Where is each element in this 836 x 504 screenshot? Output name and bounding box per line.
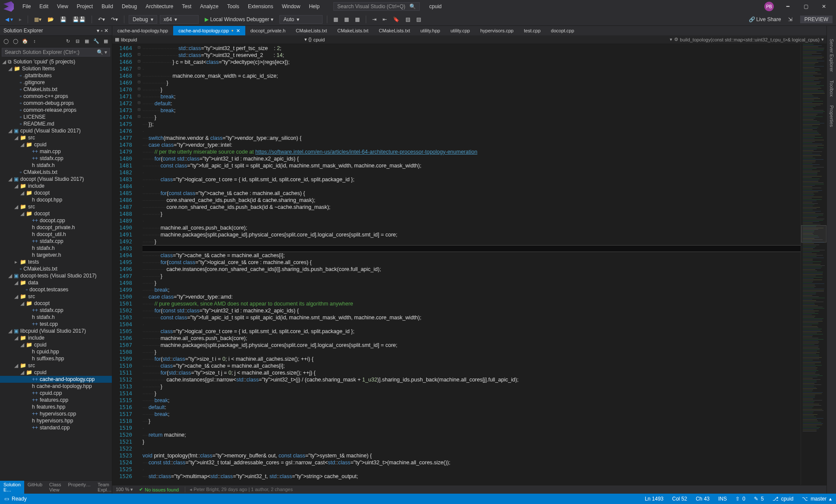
status-repo[interactable]: ⎇ cpuid [773,496,794,502]
undo-icon[interactable]: ↶▾ [96,16,107,23]
tree-node[interactable]: ◢📁cpuid [0,141,112,148]
tree-node[interactable]: ▫CMakeLists.txt [0,265,112,272]
tree-node[interactable]: ▫LICENSE [0,113,112,120]
doc-tab[interactable]: CMakeLists.txt [332,26,374,35]
status-branch[interactable]: ⌥ master ▴ [802,496,832,502]
tree-node[interactable]: ++cache-and-topology.cpp [0,376,112,383]
tree-node[interactable]: ◢📁include [0,334,112,341]
tree-node[interactable]: ◢▣libcpuid (Visual Studio 2017) [0,328,112,334]
solution-platform-dropdown[interactable]: x64▾ [160,15,199,24]
toolbar-icon[interactable]: ▦ [353,16,361,23]
menu-file[interactable]: File [18,2,35,11]
uncomment-icon[interactable]: ▤ [415,16,423,23]
tree-node[interactable]: hstdafx.h [0,245,112,252]
menu-tools[interactable]: Tools [223,2,244,11]
tree-node[interactable]: ◢▣docopt-tests (Visual Studio 2017) [0,272,112,279]
tool-tab[interactable]: Class View [46,481,65,494]
tree-node[interactable]: hsuffixes.hpp [0,355,112,362]
tree-node[interactable]: hdocopt_private.h [0,224,112,231]
properties-icon[interactable]: 🔧 [93,38,100,44]
step-icon[interactable]: ⇥ [370,16,378,23]
fwd-icon[interactable]: ◯ [12,38,19,44]
run-mode-dropdown[interactable]: Auto▾ [279,15,323,24]
back-icon[interactable]: ◯ [3,38,10,44]
tree-node[interactable]: ++standard.cpp [0,424,112,431]
redo-icon[interactable]: ↷▾ [109,16,120,23]
maximize-button[interactable]: ▢ [797,0,814,13]
doc-tab[interactable]: test.cpp [519,26,546,35]
tree-node[interactable]: ◢📁Solution Items [0,65,112,72]
tree-node[interactable]: hdocopt.hpp [0,196,112,203]
toolbar-icon[interactable]: ▦ [342,16,351,23]
menu-window[interactable]: Window [278,2,305,11]
solution-config-dropdown[interactable]: Debug▾ [129,15,157,24]
feedback-icon[interactable]: ⇲ [786,16,794,23]
tree-node[interactable]: ++docopt.cpp [0,217,112,224]
tree-node[interactable]: ▫.gitattributes [0,72,112,79]
tree-node[interactable]: hhypervisors.hpp [0,417,112,424]
doc-tab[interactable]: CMakeLists.txt [291,26,332,35]
rail-tab[interactable]: Properties [829,105,834,127]
tree-node[interactable]: ▫.gitignore [0,79,112,86]
tree-node[interactable]: ▫common-debug.props [0,100,112,107]
menu-project[interactable]: Project [73,2,97,11]
navigation-bar[interactable]: ▦ libcpuid ▾ {} cpuid ▾ ⚙ build_topology… [112,35,826,44]
right-tool-rail[interactable]: Server ExplorerToolboxProperties [826,26,836,494]
doc-tab[interactable]: utility.hpp [415,26,446,35]
live-share-button[interactable]: 🔗 Live Share [747,16,782,23]
nav-project[interactable]: ▦ libcpuid [115,37,137,42]
code-content[interactable]: ························std::class="ty">… [142,44,801,485]
menu-extensions[interactable]: Extensions [244,2,278,11]
tool-tab[interactable]: GitHub [24,481,46,494]
tree-node[interactable]: ◢📁src [0,134,112,141]
tree-node[interactable]: ▫CMakeLists.txt [0,86,112,93]
document-tabs[interactable]: cache-and-topology.hppcache-and-topology… [112,26,826,35]
tree-node[interactable]: ◢📁docopt [0,210,112,217]
solution-explorer-search[interactable]: Search Solution Explorer (Ctrl+;) 🔍 ▾ [2,48,110,57]
preview-icon[interactable]: ▦ [102,38,109,44]
tree-node[interactable]: ++stdafx.cpp [0,307,112,314]
tree-node[interactable]: ◢📁src [0,293,112,300]
tree-node[interactable]: hdocopt_util.h [0,231,112,238]
tree-node[interactable]: ◢📁docopt [0,189,112,196]
tree-node[interactable]: hcpuid.hpp [0,348,112,355]
step-icon[interactable]: ⇤ [381,16,389,23]
tree-node[interactable]: ◢📁src [0,362,112,369]
show-all-icon[interactable]: ▦ [83,38,90,44]
new-project-icon[interactable]: ▦▾ [32,16,43,23]
tree-node[interactable]: ◢📁src [0,203,112,210]
toolbar-icon[interactable]: ▦ [332,16,340,23]
sync-icon[interactable]: ↕ [31,38,38,44]
tree-node[interactable]: ◢⧉Solution 'cpuid' (5 projects) [0,58,112,65]
start-debugging-button[interactable]: ▶Local Windows Debugger ▾ [201,16,277,23]
tree-node[interactable]: ++main.cpp [0,148,112,155]
doc-tab[interactable]: docopt.cpp [546,26,580,35]
solution-tree[interactable]: ◢⧉Solution 'cpuid' (5 projects)◢📁Solutio… [0,58,112,480]
tree-node[interactable]: ◢📁cpuid [0,341,112,348]
open-icon[interactable]: 📂 [46,16,56,23]
tool-tab[interactable]: Property… [65,481,95,494]
tree-node[interactable]: ▫README.md [0,120,112,127]
nav-fwd-button[interactable]: ▸ [17,16,23,23]
minimize-button[interactable]: ━ [779,0,796,13]
menu-debug[interactable]: Debug [117,2,141,11]
collapse-icon[interactable]: ⊟ [74,38,81,44]
save-icon[interactable]: 💾 [58,16,68,23]
save-all-icon[interactable]: 💾💾 [71,16,87,23]
issues-indicator[interactable]: ✔ No issues found [139,487,179,492]
minimap[interactable] [801,44,826,485]
zoom-level[interactable]: 100 % ▾ [116,487,133,492]
tree-node[interactable]: ◢📁data [0,279,112,286]
tree-node[interactable]: ▫common-c++.props [0,93,112,100]
tree-node[interactable]: ◢📁cpuid [0,369,112,376]
quick-search[interactable]: Search Visual Studio (Ctrl+Q) 🔍 [333,2,420,11]
tree-node[interactable]: ++stdafx.cpp [0,238,112,245]
tree-node[interactable]: ++test.cpp [0,321,112,328]
tree-node[interactable]: hfeatures.hpp [0,403,112,410]
tool-tab[interactable]: Solution E… [0,481,24,494]
comment-icon[interactable]: ▤ [404,16,412,23]
menu-view[interactable]: View [53,2,73,11]
menu-edit[interactable]: Edit [35,2,53,11]
rail-tab[interactable]: Server Explorer [829,39,834,72]
tree-node[interactable]: ▸📁tests [0,258,112,265]
